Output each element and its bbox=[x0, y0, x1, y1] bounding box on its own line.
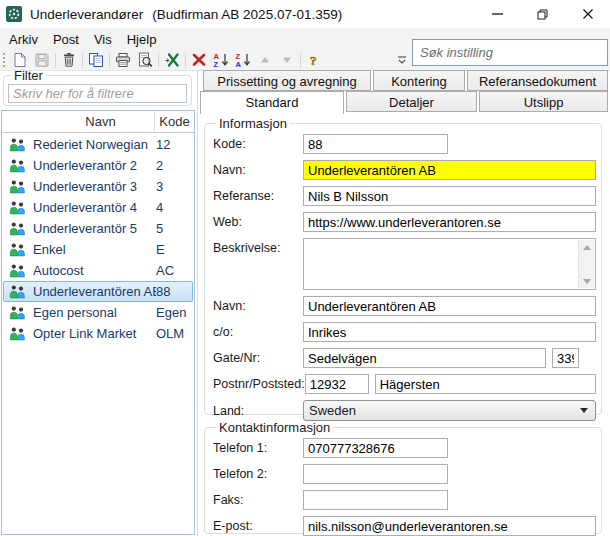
sort-az-button[interactable]: AZ bbox=[210, 51, 232, 69]
list-item[interactable]: Underleverantör 5 5 bbox=[3, 218, 193, 239]
delete-button[interactable] bbox=[58, 51, 80, 69]
tab-standard[interactable]: Standard bbox=[200, 91, 344, 114]
help-button[interactable]: ? bbox=[303, 51, 325, 69]
caption-buttons bbox=[475, 0, 610, 28]
panel-splitter[interactable] bbox=[197, 70, 198, 536]
supplier-list: Navn Kode Rederiet Norwegian 12 Underlev… bbox=[1, 110, 195, 535]
new-document-button[interactable] bbox=[9, 51, 31, 69]
list-item[interactable]: Underleverantören AB 88 bbox=[3, 281, 193, 302]
menu-hjelp[interactable]: Hjelp bbox=[121, 30, 163, 49]
people-icon bbox=[9, 327, 26, 341]
list-item-code: 2 bbox=[156, 158, 192, 173]
copy-button[interactable] bbox=[85, 51, 107, 69]
print-preview-button[interactable] bbox=[134, 51, 156, 69]
list-item-name: Egen personal bbox=[33, 305, 156, 320]
nr-field[interactable] bbox=[552, 348, 579, 368]
telefon2-field[interactable] bbox=[303, 464, 448, 484]
poststed-field[interactable] bbox=[375, 374, 596, 394]
postnr-field[interactable] bbox=[305, 374, 369, 394]
web-field[interactable] bbox=[303, 212, 596, 232]
kontaktinformasjon-group-label: Kontaktinformasjon bbox=[216, 420, 333, 435]
toolbar-separator bbox=[158, 53, 159, 68]
export-excel-button[interactable] bbox=[161, 51, 183, 69]
save-icon bbox=[34, 52, 50, 68]
filter-group: Filter bbox=[3, 68, 192, 106]
co-field[interactable] bbox=[303, 322, 596, 342]
tab-kontering[interactable]: Kontering bbox=[373, 70, 465, 91]
move-down-icon bbox=[280, 53, 294, 67]
people-icon bbox=[9, 222, 26, 236]
people-icon bbox=[9, 180, 26, 194]
beskrivelse-field[interactable] bbox=[303, 238, 596, 290]
remove-button[interactable] bbox=[188, 51, 210, 69]
informasjon-group-label: Informasjon bbox=[216, 116, 290, 131]
filter-group-label: Filter bbox=[11, 68, 46, 83]
minimize-icon bbox=[492, 13, 503, 15]
menu-post[interactable]: Post bbox=[47, 30, 85, 49]
epost-field[interactable] bbox=[303, 516, 596, 536]
list-item[interactable]: Underleverantör 4 4 bbox=[3, 197, 193, 218]
trash-icon bbox=[61, 52, 77, 68]
print-button[interactable] bbox=[112, 51, 134, 69]
print-preview-icon bbox=[137, 52, 153, 68]
list-item[interactable]: Autocost AC bbox=[3, 260, 193, 281]
list-item-code: AC bbox=[156, 263, 192, 278]
list-item[interactable]: Egen personal Egen bbox=[3, 302, 193, 323]
move-up-button[interactable] bbox=[254, 51, 276, 69]
scroll-up-icon[interactable] bbox=[579, 240, 594, 254]
kode-label: Kode: bbox=[213, 134, 303, 154]
navn-field[interactable] bbox=[303, 160, 596, 180]
kode-field[interactable] bbox=[303, 134, 448, 154]
scroll-down-icon[interactable] bbox=[579, 274, 594, 288]
save-button[interactable] bbox=[31, 51, 53, 69]
close-button[interactable] bbox=[565, 0, 610, 28]
gate-field[interactable] bbox=[303, 348, 546, 368]
navn2-field[interactable] bbox=[303, 296, 596, 316]
list-item-name: Underleverantören AB bbox=[33, 284, 156, 299]
tab-detaljer[interactable]: Detaljer bbox=[346, 91, 477, 112]
column-header-navn[interactable]: Navn bbox=[2, 114, 154, 129]
toolbar-overflow-button[interactable] bbox=[396, 52, 410, 68]
column-header-kode[interactable]: Kode bbox=[154, 111, 194, 132]
list-item-code: E bbox=[156, 242, 192, 257]
restore-button[interactable] bbox=[520, 0, 565, 28]
close-icon bbox=[582, 8, 594, 20]
list-item[interactable]: Underleverantör 3 3 bbox=[3, 176, 193, 197]
people-icon bbox=[9, 306, 26, 320]
supplier-list-header: Navn Kode bbox=[2, 111, 194, 133]
settings-search-input[interactable] bbox=[413, 40, 607, 65]
minimize-button[interactable] bbox=[475, 0, 520, 28]
tab-referansedokument[interactable]: Referansedokument bbox=[467, 70, 608, 91]
toolbar-separator bbox=[55, 53, 56, 68]
list-item-name: Enkel bbox=[33, 242, 156, 257]
faks-field[interactable] bbox=[303, 490, 448, 510]
referanse-field[interactable] bbox=[303, 186, 596, 206]
menu-arkiv[interactable]: Arkiv bbox=[3, 30, 44, 49]
kontaktinformasjon-group: Kontaktinformasjon Telefon 1: Telefon 2:… bbox=[204, 420, 602, 534]
land-dropdown[interactable]: Sweden bbox=[303, 400, 596, 421]
list-item[interactable]: Enkel E bbox=[3, 239, 193, 260]
sort-za-button[interactable]: ZA bbox=[232, 51, 254, 69]
move-down-button[interactable] bbox=[276, 51, 298, 69]
tab-prissetting-og-avregning[interactable]: Prissetting og avregning bbox=[203, 70, 371, 91]
toolbar-separator bbox=[109, 53, 110, 68]
land-value: Sweden bbox=[304, 403, 580, 418]
telefon1-field[interactable] bbox=[303, 438, 448, 458]
list-item[interactable]: Rederiet Norwegian 12 bbox=[3, 134, 193, 155]
list-item[interactable]: Underleverantör 2 2 bbox=[3, 155, 193, 176]
land-label: Land: bbox=[213, 401, 303, 421]
filter-input[interactable] bbox=[8, 84, 187, 103]
app-window: Underleverandører(Budfirman AB 2025.07-0… bbox=[0, 0, 610, 536]
svg-text:A: A bbox=[235, 60, 241, 68]
list-item[interactable]: Opter Link Market OLM bbox=[3, 323, 193, 344]
chevron-down-icon bbox=[580, 408, 588, 413]
tab-utslipp[interactable]: Utslipp bbox=[479, 91, 608, 112]
menu-vis[interactable]: Vis bbox=[88, 30, 118, 49]
web-label: Web: bbox=[213, 212, 303, 232]
print-icon bbox=[115, 52, 131, 68]
supplier-list-rows: Rederiet Norwegian 12 Underleverantör 2 … bbox=[2, 133, 194, 534]
list-item-code: 5 bbox=[156, 221, 192, 236]
people-icon bbox=[9, 285, 26, 299]
people-icon bbox=[9, 264, 26, 278]
beskrivelse-scrollbar[interactable] bbox=[578, 240, 594, 288]
